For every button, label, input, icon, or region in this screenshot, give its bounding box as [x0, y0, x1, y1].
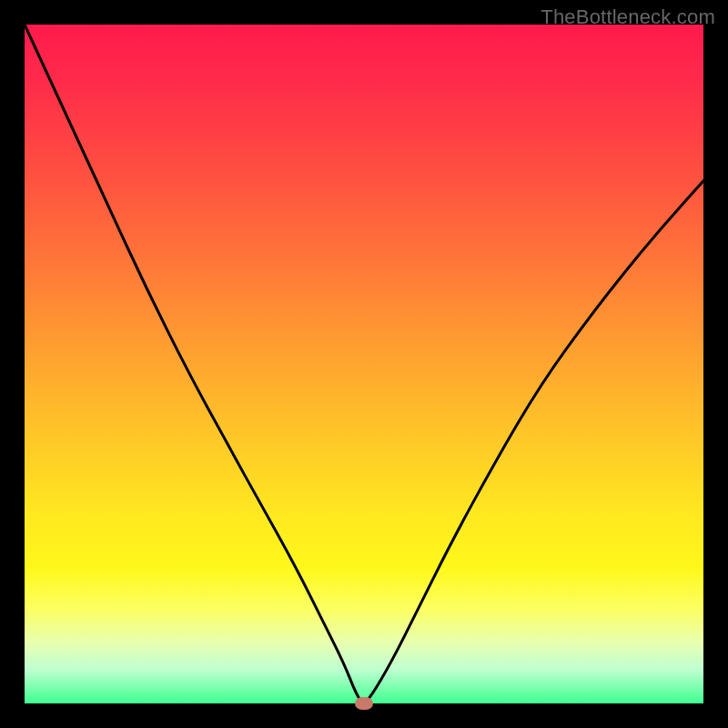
- watermark-text: TheBottleneck.com: [541, 5, 715, 29]
- curve-path: [25, 25, 703, 702]
- bottleneck-curve: [25, 25, 703, 703]
- plot-gradient-background: [25, 25, 703, 703]
- minimum-marker: [355, 697, 373, 710]
